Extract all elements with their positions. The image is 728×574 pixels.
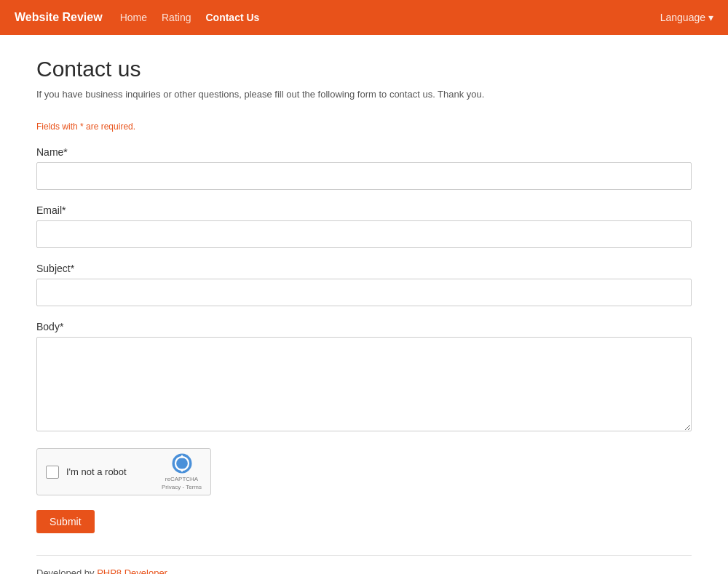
name-input[interactable] [36, 162, 692, 190]
page-title: Contact us [36, 57, 692, 81]
email-field-group: Email* [36, 204, 692, 248]
captcha-logo-area: reCAPTCHA Privacy - Terms [162, 453, 202, 491]
footer-developed-by: Developed by PHP8 Developer [36, 567, 692, 574]
email-input[interactable] [36, 220, 692, 248]
page-subtitle: If you have business inquiries or other … [36, 89, 692, 100]
recaptcha-icon [171, 453, 193, 474]
subject-field-group: Subject* [36, 263, 692, 306]
nav-brand[interactable]: Website Review [15, 11, 103, 24]
captcha-label: I'm not a robot [66, 466, 154, 477]
body-textarea[interactable] [36, 337, 692, 431]
body-field-group: Body* [36, 321, 692, 434]
nav-link-home[interactable]: Home [120, 12, 147, 23]
required-note: Fields with * are required. [36, 121, 692, 132]
captcha-brand-text: reCAPTCHA Privacy - Terms [162, 476, 202, 491]
name-label: Name* [36, 146, 692, 158]
submit-button[interactable]: Submit [36, 510, 95, 533]
subject-input[interactable] [36, 279, 692, 306]
developed-by-label: Developed by [36, 567, 97, 574]
body-label: Body* [36, 321, 692, 332]
subject-label: Subject* [36, 263, 692, 274]
language-selector[interactable]: Language ▾ [660, 12, 713, 23]
captcha-checkbox[interactable] [46, 466, 59, 479]
developer-link[interactable]: PHP8 Developer [97, 567, 167, 574]
language-label: Language [660, 12, 705, 23]
nav-link-rating[interactable]: Rating [162, 12, 191, 23]
nav-link-contact[interactable]: Contact Us [205, 12, 259, 23]
footer-divider [36, 555, 692, 556]
nav-links: Home Rating Contact Us [120, 12, 660, 23]
chevron-down-icon: ▾ [708, 12, 713, 23]
captcha-widget[interactable]: I'm not a robot reCAPTCHA Privacy - Term… [36, 448, 211, 495]
email-label: Email* [36, 204, 692, 216]
main-content: Contact us If you have business inquirie… [15, 35, 713, 574]
navbar: Website Review Home Rating Contact Us La… [0, 0, 728, 35]
contact-form: Name* Email* Subject* Body* I'm not a ro… [36, 146, 692, 533]
name-field-group: Name* [36, 146, 692, 190]
